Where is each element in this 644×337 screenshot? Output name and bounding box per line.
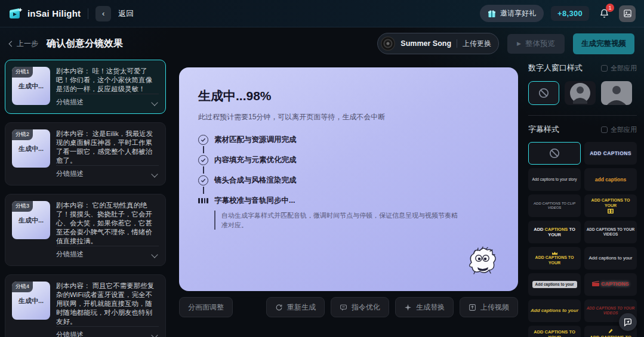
generating-label: 生成中...	[19, 144, 44, 153]
pencil-icon	[608, 329, 613, 335]
storyboard-card-2[interactable]: 分镜2 生成中... 剧本内容： 这是Eilik，我最近发现的桌面解压神器，平时…	[5, 122, 166, 185]
caption-option[interactable]: ADD CAPTIONS TO YOUR VIDEOS	[584, 221, 637, 243]
chevron-down-icon	[151, 332, 158, 337]
progress-note: 此过程预计需要15分钟，可以离开页面等待，生成不会中断	[198, 112, 499, 122]
upload-video-button[interactable]: 上传视频	[460, 297, 518, 317]
avatar-option-square[interactable]	[601, 81, 632, 105]
presenter-avatar-circle	[568, 81, 592, 105]
presenter-avatar-square	[601, 81, 632, 105]
storyboard-card-3[interactable]: 分镜3 生成中... 剧本内容： 它的互动性真的绝了！摸摸头、挠挠肚子，它会开心…	[5, 194, 166, 266]
music-replace-button[interactable]: 上传更换	[463, 39, 491, 49]
progress-steps: 素材匹配与资源调用完成 内容填充与元素优化完成 镜头合成与风格渲染完成 字幕校准…	[198, 134, 499, 230]
generate-full-video-button[interactable]: 生成完整视频	[573, 33, 634, 54]
music-track-name: Summer Song	[400, 39, 451, 48]
caption-option[interactable]: ADD CAPTIONS TO YOUR	[528, 326, 581, 337]
chevron-down-icon	[151, 251, 158, 258]
avatar-apply-all-checkbox[interactable]: 全部应用	[601, 64, 637, 73]
style-settings-panel: 数字人窗口样式 全部应用 字幕样式	[528, 63, 637, 337]
comment-icon	[340, 304, 347, 311]
step-4-active: 字幕校准与音轨同步中...	[198, 195, 499, 206]
invite-gift-button[interactable]: 邀请享好礼	[480, 5, 544, 22]
divider	[88, 8, 88, 19]
storyboard-badge: 分镜2	[12, 129, 33, 140]
invite-label: 邀请享好礼	[500, 8, 536, 18]
back-label[interactable]: 返回	[118, 8, 134, 19]
caption-option-none[interactable]	[528, 142, 581, 165]
prompt-optimize-button[interactable]: 指令优化	[331, 297, 389, 317]
no-style-icon	[538, 87, 550, 99]
step-2: 内容填充与元素优化完成	[198, 154, 499, 165]
back-button[interactable]: ‹	[95, 6, 111, 21]
caption-option[interactable]: ADD CAPTIONS TO YOUR	[584, 194, 637, 217]
overall-preview-button[interactable]: ▶ 整体预览	[507, 34, 565, 54]
storyboard-desc-toggle[interactable]: 分镜描述	[56, 165, 159, 178]
music-disc-icon	[381, 36, 395, 51]
background-music-pill[interactable]: Summer Song 上传更换	[377, 33, 499, 54]
app-logo: inSai Hilight	[8, 7, 81, 21]
storyboard-card-1[interactable]: 分镜1 生成中... 剧本内容： 哇！这货太可爱了吧！你们看，这个小家伙简直像是…	[5, 60, 166, 114]
caption-style-title: 字幕样式	[528, 124, 559, 135]
progress-title: 生成中...98%	[198, 88, 499, 104]
caption-option[interactable]: CAPTIONS	[584, 273, 637, 296]
avatar-option-circle[interactable]	[565, 81, 596, 105]
caption-option[interactable]: Add captions to your	[528, 299, 581, 322]
preview-label: 整体预览	[525, 39, 555, 49]
refresh-icon	[275, 304, 283, 311]
generation-progress-panel: 生成中...98% 此过程预计需要15分钟，可以离开页面等待，生成不会中断 素材…	[179, 67, 518, 291]
storyboard-card-4[interactable]: 分镜4 生成中... 剧本内容： 而且它不需要那些复杂的WiFi或者蓝牙设置，完…	[5, 274, 166, 337]
check-circle-icon	[198, 175, 208, 185]
previous-step-label: 上一步	[17, 39, 38, 49]
caption-option[interactable]: Add captions to your	[584, 247, 637, 270]
storyboard-desc-toggle[interactable]: 分镜描述	[56, 94, 159, 107]
avatar-window-style-title: 数字人窗口样式	[528, 63, 583, 73]
generating-label: 生成中...	[19, 296, 44, 305]
storyboard-desc-toggle[interactable]: 分镜描述	[56, 326, 159, 337]
storyboard-badge: 分镜4	[12, 282, 33, 292]
play-icon: ▶	[517, 41, 521, 47]
script-content: 剧本内容： 而且它不需要那些复杂的WiFi或者蓝牙设置，完全不用联网，开机就能直…	[56, 282, 159, 326]
app-name: inSai Hilight	[27, 8, 81, 18]
divider	[457, 39, 457, 48]
caption-style-grid: ADD CAPTIONS Add captions to your story …	[528, 142, 637, 337]
step-3: 镜头合成与风格渲染完成	[198, 175, 499, 185]
avatar-window-options	[528, 81, 637, 105]
top-bar: inSai Hilight ‹ 返回 邀请享好礼 +8,300 1	[0, 0, 644, 27]
doodle-mascot-icon	[463, 245, 501, 277]
image-icon	[623, 9, 632, 18]
storyboard-desc-toggle[interactable]: 分镜描述	[56, 246, 159, 259]
storyboard-thumbnail: 分镜3 生成中...	[12, 201, 50, 239]
caption-option[interactable]: ADD CAPTIONS	[584, 142, 637, 165]
crown-icon	[551, 251, 558, 255]
caption-apply-all-checkbox[interactable]: 全部应用	[601, 125, 637, 134]
caption-option[interactable]: add captions	[584, 168, 637, 191]
storyboard-badge: 分镜3	[12, 201, 33, 212]
generate-replace-button[interactable]: 生成替换	[395, 297, 454, 317]
caption-option[interactable]: ADD CAPTIONS TO CLIP VIDEOS	[528, 194, 581, 217]
storyboard-list: 分镜1 生成中... 剧本内容： 哇！这货太可爱了吧！你们看，这个小家伙简直像是…	[5, 60, 166, 337]
no-style-icon	[549, 147, 560, 159]
regenerate-button[interactable]: 重新生成	[266, 297, 325, 317]
support-chat-button[interactable]	[619, 313, 637, 331]
scene-adjust-button[interactable]: 分画面调整	[179, 297, 233, 317]
checkbox-icon	[601, 126, 608, 133]
active-step-note: 自动生成字幕样式并匹配音轨，微调时间节点与停顿，保证信息呈现与视频节奏精准对应。	[214, 211, 458, 230]
user-avatar-button[interactable]	[619, 5, 636, 22]
caption-option[interactable]: ADD CAPTIONS TO YOUR	[528, 247, 581, 270]
chat-send-icon	[623, 317, 633, 327]
caption-option[interactable]: ADD CAPTIONS TO YOUR	[528, 221, 581, 243]
clapperboard-logo-icon	[8, 7, 23, 21]
script-content: 剧本内容： 它的互动性真的绝了！摸摸头、挠挠肚子，它会开心、会大笑，如果你惹它，…	[56, 201, 159, 246]
page-title: 确认创意分镜效果	[47, 38, 123, 50]
notifications-button[interactable]: 1	[596, 6, 612, 21]
avatar-option-none[interactable]	[528, 81, 559, 105]
caption-option[interactable]: Add captions to your story	[528, 168, 581, 191]
caption-option[interactable]: Add captions to your	[528, 273, 581, 296]
gift-icon	[488, 10, 496, 18]
step-connector	[203, 166, 204, 174]
chevron-down-icon	[151, 171, 158, 177]
step-1: 素材匹配与资源调用完成	[198, 134, 499, 145]
divider	[528, 115, 637, 116]
previous-step-button[interactable]: 上一步	[10, 39, 38, 49]
storyboard-badge: 分镜1	[12, 67, 33, 78]
credits-balance[interactable]: +8,300	[551, 6, 589, 21]
